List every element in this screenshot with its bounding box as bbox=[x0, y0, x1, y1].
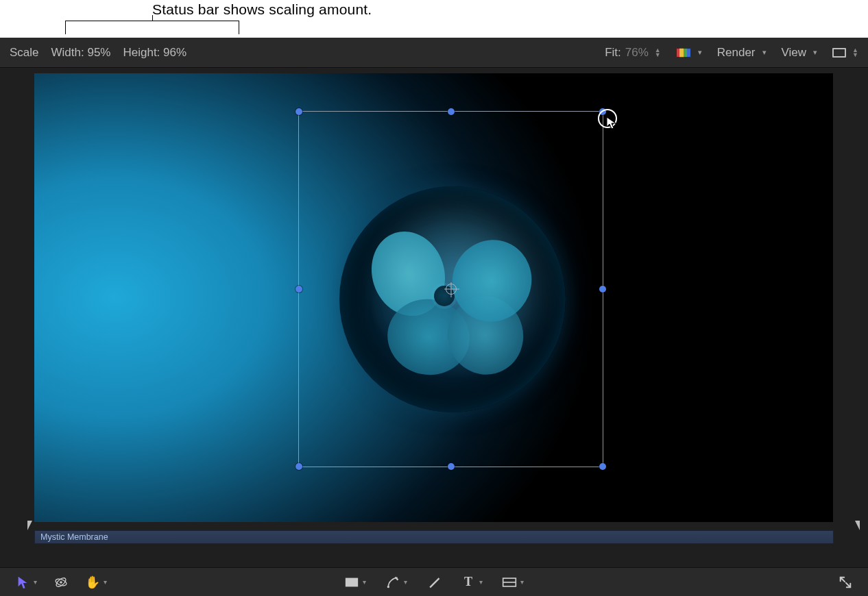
viewport-layout-icon bbox=[832, 48, 846, 58]
clip-name: Mystic Membrane bbox=[40, 532, 108, 542]
mini-timeline-clip[interactable]: Mystic Membrane bbox=[34, 530, 834, 544]
rectangle-icon bbox=[344, 575, 359, 589]
rectangle-mask-tool-button[interactable]: ▾ bbox=[344, 575, 366, 589]
status-height: Height: 96% bbox=[123, 46, 186, 60]
resize-handle-left[interactable] bbox=[296, 286, 302, 293]
stepper-icon: ▲▼ bbox=[655, 48, 661, 58]
annotation-callout: Status bar shows scaling amount. bbox=[0, 0, 868, 38]
resize-handle-bottom-left[interactable] bbox=[296, 463, 302, 470]
chevron-down-icon: ▾ bbox=[698, 48, 702, 57]
arrow-cursor-icon bbox=[15, 575, 30, 589]
color-channels-menu[interactable]: ▾ bbox=[676, 48, 702, 58]
orbit-icon bbox=[53, 575, 69, 589]
render-menu[interactable]: Render ▾ bbox=[717, 46, 767, 60]
status-width: Width: 95% bbox=[51, 46, 111, 60]
callout-text: Status bar shows scaling amount. bbox=[152, 1, 372, 18]
svg-rect-3 bbox=[346, 578, 358, 586]
paint-stroke-tool-button[interactable] bbox=[426, 575, 442, 589]
arrow-cursor-icon bbox=[606, 116, 618, 130]
text-icon: T bbox=[461, 575, 476, 589]
canvas-area: Mystic Membrane bbox=[0, 68, 868, 558]
player-mode-toggle-button[interactable] bbox=[838, 575, 853, 589]
timeline-in-marker[interactable] bbox=[27, 521, 32, 530]
chevron-down-icon: ▾ bbox=[104, 578, 107, 586]
resize-handle-top-left[interactable] bbox=[296, 108, 302, 115]
brush-icon bbox=[426, 575, 442, 589]
anchor-point-icon[interactable] bbox=[446, 284, 457, 295]
pan-tool-button[interactable]: ✋ ▾ bbox=[85, 575, 107, 589]
transform-bounding-box[interactable] bbox=[298, 111, 603, 467]
3d-transform-tool-button[interactable] bbox=[53, 575, 69, 589]
fit-value: 76% bbox=[625, 46, 649, 60]
callout-bracket bbox=[65, 21, 239, 34]
status-bar-right: Fit: 76% ▲▼ ▾ Render ▾ View ▾ ▲▼ bbox=[605, 46, 858, 60]
view-label: View bbox=[782, 46, 807, 60]
bezier-tool-button[interactable]: ▾ bbox=[385, 575, 407, 589]
hand-icon: ✋ bbox=[85, 575, 100, 589]
expand-diagonal-icon bbox=[838, 575, 853, 589]
svg-point-4 bbox=[387, 586, 389, 588]
scale-cursor-icon bbox=[598, 109, 617, 128]
chevron-down-icon: ▾ bbox=[363, 578, 366, 586]
callout-stem bbox=[152, 15, 153, 21]
chevron-down-icon: ▾ bbox=[762, 48, 767, 57]
timeline-out-marker[interactable] bbox=[855, 521, 860, 530]
status-mode: Scale bbox=[10, 46, 39, 60]
resize-handle-bottom[interactable] bbox=[448, 463, 455, 470]
stepper-icon: ▲▼ bbox=[852, 48, 858, 58]
bottom-toolbar-center: ▾ ▾ T ▾ bbox=[344, 575, 524, 589]
pen-icon bbox=[385, 575, 400, 589]
resize-handle-right[interactable] bbox=[599, 286, 606, 293]
select-tool-button[interactable]: ▾ bbox=[15, 575, 37, 589]
chevron-down-icon: ▾ bbox=[34, 578, 37, 586]
color-channels-icon bbox=[676, 48, 691, 58]
resize-handle-top[interactable] bbox=[448, 108, 455, 115]
fit-label: Fit: bbox=[605, 46, 621, 60]
svg-point-2 bbox=[60, 581, 62, 584]
status-bar-left: Scale Width: 95% Height: 96% bbox=[10, 46, 605, 60]
viewport-layout-menu[interactable]: ▲▼ bbox=[832, 48, 858, 58]
zoom-fit-control[interactable]: Fit: 76% ▲▼ bbox=[605, 46, 661, 60]
canvas[interactable] bbox=[34, 73, 833, 522]
render-label: Render bbox=[717, 46, 756, 60]
shape-tool-button[interactable]: ▾ bbox=[502, 575, 524, 589]
bottom-toolbar: ▾ ✋ ▾ ▾ bbox=[0, 567, 868, 596]
chevron-down-icon: ▾ bbox=[479, 578, 483, 586]
view-menu[interactable]: View ▾ bbox=[782, 46, 818, 60]
chevron-down-icon: ▾ bbox=[813, 48, 817, 57]
resize-handle-bottom-right[interactable] bbox=[599, 463, 606, 470]
rectangle-outline-icon bbox=[502, 575, 517, 589]
status-bar: Scale Width: 95% Height: 96% Fit: 76% ▲▼… bbox=[0, 38, 868, 68]
chevron-down-icon: ▾ bbox=[404, 578, 407, 586]
text-tool-button[interactable]: T ▾ bbox=[461, 575, 483, 589]
chevron-down-icon: ▾ bbox=[520, 578, 524, 586]
app-window: Scale Width: 95% Height: 96% Fit: 76% ▲▼… bbox=[0, 38, 868, 596]
